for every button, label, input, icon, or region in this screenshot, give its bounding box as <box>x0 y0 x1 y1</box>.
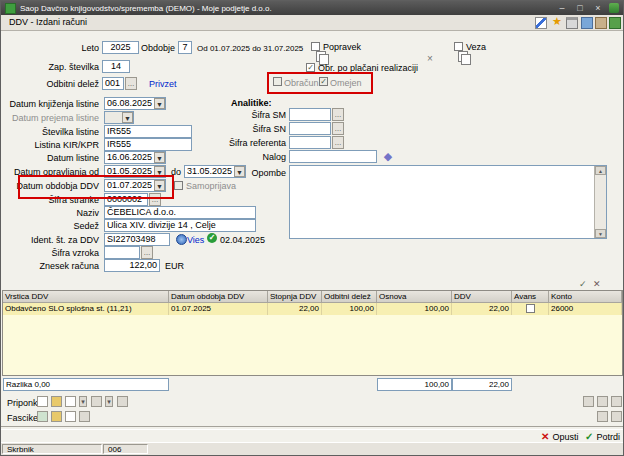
ident-ddv-field[interactable]: SI22703498 <box>104 233 170 246</box>
popravek-checkbox[interactable] <box>311 42 320 51</box>
fascikel-search-icon[interactable] <box>79 411 90 422</box>
view-attachment-icon[interactable] <box>65 396 76 407</box>
attachment-grid-icon-2[interactable] <box>597 396 608 407</box>
exit-icon[interactable] <box>609 17 621 29</box>
sifra-stranke-browse-button[interactable]: … <box>149 193 161 206</box>
print-icon[interactable] <box>566 17 578 29</box>
naziv-field[interactable]: ČEBELICA d.o.o. <box>104 206 256 219</box>
znesek-racuna-field[interactable]: 122,00 <box>104 259 160 272</box>
omejen-checkbox[interactable]: ✓ <box>319 77 328 86</box>
col-header-avans[interactable]: Avans <box>512 291 549 303</box>
scan-attachment-icon[interactable] <box>91 396 102 407</box>
attachment-grid-icon-1[interactable] <box>583 396 594 407</box>
veza-document-icon[interactable] <box>458 51 469 63</box>
row-cell-odbitni[interactable]: 100,00 <box>322 303 377 315</box>
sifra-sn-field[interactable] <box>289 122 331 135</box>
scroll-up-icon[interactable]: ▲ <box>595 166 606 175</box>
opombe-scrollbar[interactable]: ▲ ▼ <box>594 166 606 238</box>
analitike-title: Analitike: <box>231 98 272 109</box>
col-header-vrstica[interactable]: Vrstica DDV <box>3 291 169 303</box>
sifra-stranke-field[interactable]: 0000002 <box>104 193 148 206</box>
open-attachment-folder-icon[interactable] <box>51 396 62 407</box>
help-book-icon[interactable] <box>595 17 607 29</box>
nalog-field[interactable] <box>289 150 377 163</box>
scroll-down-icon[interactable]: ▼ <box>595 229 606 238</box>
naziv-label: Naziv <box>3 208 99 219</box>
datum-obdobja-dropdown-icon[interactable]: ▼ <box>154 180 165 191</box>
close-button[interactable]: × <box>591 3 605 14</box>
listina-kir-field[interactable]: IR555 <box>104 138 192 151</box>
attachment-grid-icon-3[interactable] <box>611 396 622 407</box>
col-header-odbitni[interactable]: Odbitni delež <box>322 291 377 303</box>
maximize-button[interactable]: □ <box>573 3 587 14</box>
listina-kir-label: Listina KIR/KPR <box>3 140 99 151</box>
stevilka-listine-field[interactable]: IR555 <box>104 125 192 138</box>
datum-knjizenja-dropdown-icon[interactable]: ▼ <box>154 98 165 109</box>
minimize-button[interactable]: – <box>555 3 569 14</box>
vies-date-text: 02.04.2025 <box>220 235 265 246</box>
scan-dropdown-icon[interactable]: ▾ <box>105 396 113 407</box>
odbitni-browse-button[interactable]: … <box>125 77 137 90</box>
app-window: Saop Davčno knjigovodstvo/sprememba (DEM… <box>0 0 624 456</box>
row-cell-ddv[interactable]: 22,00 <box>452 303 512 315</box>
datum-listine-dropdown-icon[interactable]: ▼ <box>154 152 165 163</box>
reports-icon[interactable] <box>581 17 593 29</box>
row-cell-datum-obdobja[interactable]: 01.07.2025 <box>169 303 268 315</box>
obr-placani-checkbox[interactable]: ✓ <box>306 63 315 72</box>
odbitni-delez-field[interactable]: 001 <box>102 77 124 90</box>
col-header-konto[interactable]: Konto <box>549 291 622 303</box>
obracun-checkbox[interactable] <box>273 77 282 86</box>
fascikel-add-icon[interactable] <box>37 411 48 422</box>
popravek-document-icon[interactable] <box>316 51 327 63</box>
attachment-list-icon[interactable] <box>117 396 128 407</box>
edit-icon[interactable] <box>535 17 547 29</box>
fascikel-grid-icon-2[interactable] <box>611 411 622 422</box>
new-attachment-icon[interactable] <box>37 396 48 407</box>
fascikel-grid-icon-1[interactable] <box>597 411 608 422</box>
obdobje-field[interactable]: 7 <box>178 41 192 54</box>
obdobje-label: Obdobje <box>131 43 175 54</box>
attachment-dropdown-icon[interactable]: ▾ <box>79 396 87 407</box>
sifra-referenta-field[interactable] <box>289 136 331 149</box>
row-cell-konto[interactable]: 26000 <box>549 303 622 315</box>
sifra-referenta-label: Šifra referenta <box>206 138 286 149</box>
datum-od-dropdown-icon[interactable]: ▼ <box>154 166 165 177</box>
vies-globe-icon[interactable] <box>176 234 187 245</box>
col-header-stopnja[interactable]: Stopnja DDV <box>268 291 322 303</box>
opombe-textarea[interactable]: ▲ ▼ <box>289 165 607 239</box>
datum-prejema-dropdown-icon[interactable]: ▼ <box>122 112 133 123</box>
veza-clear-icon[interactable]: × <box>427 53 433 64</box>
sedez-field[interactable]: Ulica XIV. divizije 14 , Celje <box>104 219 256 232</box>
fascikel-doc-icon[interactable] <box>65 411 76 422</box>
sifra-sm-browse-button[interactable]: … <box>332 108 344 121</box>
fascikel-folder-icon[interactable] <box>51 411 62 422</box>
sum-osnova-field: 100,00 <box>377 378 452 391</box>
sifra-vzroka-field[interactable] <box>104 246 140 259</box>
nalog-diamond-icon[interactable]: ◆ <box>382 150 394 162</box>
samoprijava-checkbox[interactable] <box>174 181 183 190</box>
col-header-ddv[interactable]: DDV <box>452 291 512 303</box>
zap-stevilka-field[interactable]: 14 <box>102 60 130 73</box>
opusti-cross-icon: ✕ <box>541 431 549 442</box>
avans-checkbox[interactable] <box>526 304 535 313</box>
privzet-link[interactable]: Privzet <box>149 79 177 90</box>
grid-cancel-icon[interactable]: ✕ <box>593 279 601 290</box>
nalog-label: Nalog <box>206 152 286 163</box>
sifra-vzroka-browse-button[interactable]: … <box>141 246 153 259</box>
grid-post-icon[interactable]: ✓ <box>579 279 587 290</box>
row-cell-osnova[interactable]: 100,00 <box>377 303 452 315</box>
leto-label: Leto <box>61 43 99 54</box>
titlebar: Saop Davčno knjigovodstvo/sprememba (DEM… <box>1 1 623 15</box>
sifra-sn-browse-button[interactable]: … <box>332 122 344 135</box>
datum-opravljanja-label: Datum opravljanja od <box>3 167 99 178</box>
sifra-referenta-browse-button[interactable]: … <box>332 136 344 149</box>
datum-listine-label: Datum listine <box>3 153 99 164</box>
sifra-sm-field[interactable] <box>289 108 331 121</box>
row-cell-vrstica[interactable]: Obdavčeno SLO splošna st. (11,21) <box>3 303 169 315</box>
vies-link[interactable]: Vies <box>187 235 204 246</box>
col-header-osnova[interactable]: Osnova <box>377 291 452 303</box>
col-header-datum-obdobja[interactable]: Datum obdobja DDV <box>169 291 268 303</box>
favorites-star-icon[interactable]: ★ <box>551 16 563 28</box>
row-cell-stopnja[interactable]: 22,00 <box>268 303 322 315</box>
veza-checkbox[interactable] <box>454 42 463 51</box>
